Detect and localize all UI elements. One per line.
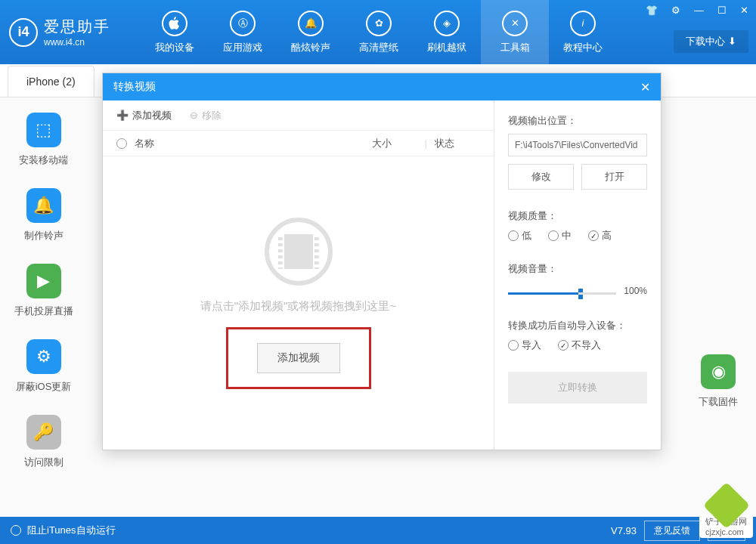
dialog-title: 转换视频 [113, 80, 156, 94]
volume-label: 视频音量： [508, 262, 647, 276]
right-sidebar: ◉下载固件 [680, 354, 756, 409]
sidebar-make-ringtone[interactable]: 🔔制作铃声 [0, 188, 87, 243]
quality-mid-radio[interactable]: 中 [548, 229, 572, 243]
nav-tutorials[interactable]: i教程中心 [549, 0, 617, 64]
sidebar-install-mobile[interactable]: ⬚安装移动端 [0, 113, 87, 167]
itunes-toggle[interactable] [11, 525, 21, 536]
list-header: 名称 大小 | 状态 [103, 131, 494, 156]
quality-label: 视频质量： [508, 209, 647, 223]
cube-icon: ◉ [701, 354, 736, 389]
modify-button[interactable]: 修改 [508, 164, 574, 190]
nav-wallpapers[interactable]: ✿高清壁纸 [345, 0, 413, 64]
tools-icon: ✕ [502, 11, 528, 36]
play-icon: ▶ [26, 264, 61, 298]
dialog-header: 转换视频 ✕ [103, 73, 661, 100]
shirt-icon[interactable]: 👕 [643, 3, 661, 17]
remove-icon: ⊖ [190, 110, 198, 121]
add-video-button[interactable]: ➕添加视频 [116, 109, 172, 122]
version-label: V7.93 [611, 525, 637, 536]
sidebar-screen-cast[interactable]: ▶手机投屏直播 [0, 264, 87, 318]
sidebar: ⬚安装移动端 🔔制作铃声 ▶手机投屏直播 ⚙屏蔽iOS更新 🔑访问限制 [0, 97, 87, 484]
column-name: 名称 [135, 137, 364, 150]
feedback-button[interactable]: 意见反馈 [644, 521, 700, 541]
bell-icon: 🔔 [26, 188, 61, 223]
nav-my-device[interactable]: 我的设备 [141, 0, 209, 64]
sidebar-restrictions[interactable]: 🔑访问限制 [0, 415, 87, 469]
add-video-main-button[interactable]: 添加视频 [257, 343, 340, 373]
window-controls: 👕 ⚙ — ☐ ✕ [643, 3, 751, 17]
close-icon[interactable]: ✕ [737, 3, 751, 17]
app-header: i4 爱思助手 www.i4.cn 我的设备 Ⓐ应用游戏 🔔酷炫铃声 ✿高清壁纸… [0, 0, 756, 64]
minimize-icon[interactable]: — [691, 3, 707, 17]
status-bar: 阻止iTunes自动运行 V7.93 意见反馈 微信 [0, 517, 756, 544]
logo: i4 爱思助手 www.i4.cn [9, 17, 110, 48]
film-icon [265, 218, 333, 286]
nav-jailbreak[interactable]: ◈刷机越狱 [413, 0, 481, 64]
column-status: 状态 [435, 137, 480, 150]
apple-icon [162, 11, 187, 36]
info-icon: i [570, 11, 596, 36]
highlight-box: 添加视频 [226, 327, 371, 389]
flower-icon: ✿ [366, 11, 392, 36]
nav-toolbox[interactable]: ✕工具箱 [481, 0, 549, 64]
nav-apps[interactable]: Ⓐ应用游戏 [209, 0, 277, 64]
dropzone-hint: 请点击"添加视频"或将视频拖拽到这里~ [200, 299, 396, 314]
itunes-block-label: 阻止iTunes自动运行 [27, 524, 116, 537]
nav-ringtones[interactable]: 🔔酷炫铃声 [277, 0, 345, 64]
dialog-right-pane: 视频输出位置： F:\i4Tools7\Files\ConvertedVid 修… [494, 100, 661, 450]
open-button[interactable]: 打开 [581, 164, 647, 190]
volume-value: 100% [624, 286, 647, 296]
dropzone[interactable]: 请点击"添加视频"或将视频拖拽到这里~ 添加视频 [103, 156, 494, 450]
close-icon[interactable]: ✕ [640, 80, 650, 94]
box-icon: ◈ [434, 11, 460, 36]
maximize-icon[interactable]: ☐ [714, 3, 730, 17]
convert-now-button[interactable]: 立即转换 [508, 372, 647, 403]
bell-icon: 🔔 [298, 11, 324, 36]
select-all-checkbox[interactable] [116, 138, 127, 149]
sidebar-block-update[interactable]: ⚙屏蔽iOS更新 [0, 339, 87, 394]
gear-icon: ⚙ [26, 339, 61, 374]
logo-icon: i4 [9, 18, 38, 47]
app-title: 爱思助手 [44, 17, 110, 37]
output-path-field[interactable]: F:\i4Tools7\Files\ConvertedVid [508, 134, 647, 156]
import-yes-radio[interactable]: 导入 [508, 338, 541, 352]
wechat-button[interactable]: 微信 [708, 521, 745, 541]
dialog-toolbar: ➕添加视频 ⊖移除 [103, 100, 494, 131]
auto-import-label: 转换成功后自动导入设备： [508, 319, 647, 332]
sidebar-download-firmware[interactable]: ◉下载固件 [699, 354, 738, 409]
mobile-icon: ⬚ [26, 113, 61, 147]
download-center-button[interactable]: 下载中心 ⬇ [674, 30, 748, 53]
quality-high-radio[interactable]: 高 [588, 229, 612, 243]
convert-video-dialog: 转换视频 ✕ ➕添加视频 ⊖移除 名称 大小 | 状态 请点击"添加视频"或将视… [102, 73, 662, 450]
app-url: www.i4.cn [44, 37, 110, 48]
quality-low-radio[interactable]: 低 [508, 229, 531, 243]
volume-slider[interactable] [508, 292, 616, 295]
key-icon: 🔑 [26, 415, 61, 450]
main-nav: 我的设备 Ⓐ应用游戏 🔔酷炫铃声 ✿高清壁纸 ◈刷机越狱 ✕工具箱 i教程中心 [141, 0, 617, 64]
output-location-label: 视频输出位置： [508, 114, 647, 128]
plus-icon: ➕ [116, 110, 129, 121]
column-size: 大小 [372, 137, 417, 150]
import-no-radio[interactable]: 不导入 [558, 338, 601, 352]
apps-icon: Ⓐ [230, 11, 256, 36]
settings-icon[interactable]: ⚙ [668, 3, 683, 17]
dialog-left-pane: ➕添加视频 ⊖移除 名称 大小 | 状态 请点击"添加视频"或将视频拖拽到这里~… [103, 100, 494, 450]
tab-iphone[interactable]: iPhone (2) [8, 66, 94, 97]
remove-button[interactable]: ⊖移除 [190, 109, 222, 122]
